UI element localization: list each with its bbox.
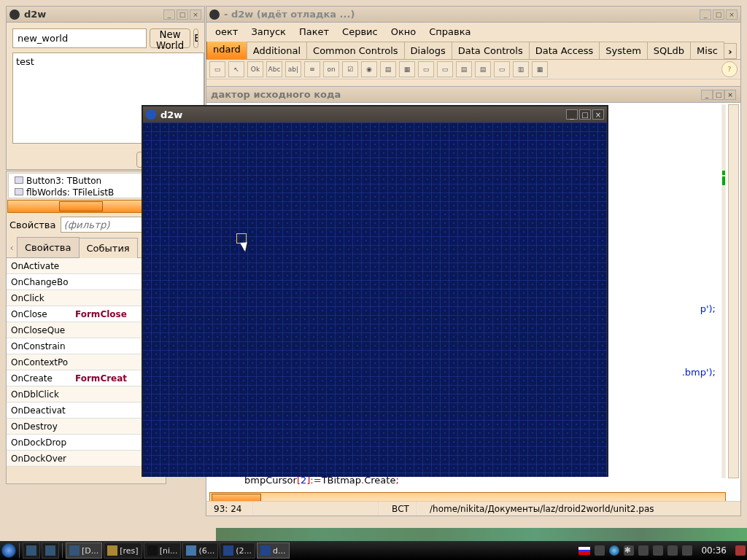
component-button[interactable]: ▦	[532, 61, 548, 77]
component-button[interactable]: Ok	[247, 61, 263, 77]
maximize-button[interactable]: □	[177, 9, 188, 20]
menu-window[interactable]: Окно	[385, 24, 422, 39]
minimize-button[interactable]: _	[566, 109, 578, 120]
component-button[interactable]: ▤	[380, 61, 396, 77]
vertical-scrollbar[interactable]	[728, 104, 739, 478]
component-button[interactable]: Abc	[266, 61, 282, 77]
event-name: OnClick	[7, 293, 72, 303]
component-button[interactable]: ▭	[437, 61, 453, 77]
tree-item[interactable]: Button3: TButton	[15, 175, 158, 187]
close-button[interactable]: ×	[726, 9, 738, 20]
main-titlebar[interactable]: - d2w (идёт отладка ...) _ □ ×	[206, 7, 740, 23]
event-name: OnDeactivat	[7, 405, 72, 416]
component-button[interactable]: ≡	[304, 61, 320, 77]
tab-data-access[interactable]: Data Access	[529, 42, 600, 59]
maximize-button[interactable]: □	[579, 109, 591, 120]
taskbar-item[interactable]: [res]	[104, 542, 142, 559]
tab-dialogs[interactable]: Dialogs	[404, 42, 452, 59]
menu-help[interactable]: Справка	[423, 24, 476, 39]
taskbar: [D... [res] [ni... (6... (2... d... ✱ 00…	[0, 541, 747, 560]
tab-misc[interactable]: Misc	[690, 42, 724, 59]
menu-project[interactable]: оект	[209, 24, 244, 39]
event-name: OnContextPo	[7, 357, 72, 368]
taskbar-item[interactable]: (2...	[220, 542, 255, 559]
tab-additional[interactable]: Additional	[247, 42, 307, 59]
taskbar-item[interactable]: [D...	[66, 542, 102, 559]
clock[interactable]: 00:36	[697, 545, 731, 556]
start-button[interactable]	[1, 543, 16, 558]
tray-icon[interactable]	[595, 545, 605, 556]
network-icon[interactable]	[638, 545, 649, 556]
taskbar-item[interactable]: d...	[257, 542, 289, 559]
event-name: OnConstrain	[7, 341, 72, 351]
component-button[interactable]: ▭	[209, 61, 225, 77]
tabs-scroll-right[interactable]: ›	[724, 43, 737, 59]
taskbar-item[interactable]: [ni...	[144, 542, 182, 559]
event-name: OnDockOver	[7, 454, 72, 464]
menu-package[interactable]: Пакет	[293, 24, 335, 39]
quick-launch-item[interactable]	[42, 542, 59, 559]
component-icon	[15, 176, 23, 184]
volume-icon[interactable]	[667, 545, 678, 556]
taskbar-item[interactable]: (6...	[182, 542, 218, 559]
minimize-button[interactable]: _	[700, 9, 711, 20]
cursor-position: 93: 24	[209, 502, 253, 516]
tray-icon[interactable]	[609, 545, 619, 556]
en-button[interactable]: En	[193, 28, 198, 48]
world-name-input[interactable]	[12, 28, 147, 48]
component-button[interactable]: ▥	[513, 61, 529, 77]
component-button[interactable]: on	[323, 61, 339, 77]
wifi-icon[interactable]	[653, 545, 663, 556]
tab-scroll-left[interactable]: ‹	[7, 237, 17, 257]
tab-standard[interactable]: ndard	[206, 42, 247, 59]
tab-system[interactable]: System	[599, 42, 647, 59]
source-editor-title: дактор исходного кода	[211, 89, 341, 100]
app-icon	[9, 9, 20, 20]
minimize-button[interactable]: _	[163, 9, 175, 20]
component-tree[interactable]: Button3: TButton flbWorlds: TFileListB	[8, 173, 164, 198]
tab-data-controls[interactable]: Data Controls	[452, 42, 530, 59]
component-button[interactable]: ▦	[399, 61, 415, 77]
tab-properties[interactable]: Свойства	[17, 237, 80, 257]
game-titlebar[interactable]: d2w _ □ ×	[143, 106, 607, 122]
pointer-icon	[240, 240, 251, 252]
component-toolbar: ▭ ↖ Ok Abc ab| ≡ on ☑ ◉ ▤ ▦ ▭ ▭ ▤ ▤ ▭ ▥ …	[206, 60, 740, 79]
tree-item[interactable]: flbWorlds: TFileListB	[15, 187, 158, 198]
component-button[interactable]: ▭	[418, 61, 434, 77]
menu-run[interactable]: Запуск	[245, 24, 292, 39]
quick-launch-item[interactable]	[23, 542, 40, 559]
scrollbar-thumb[interactable]	[59, 201, 103, 211]
desktop-background	[216, 528, 747, 541]
tab-common-controls[interactable]: Common Controls	[306, 42, 404, 59]
source-editor-titlebar[interactable]: дактор исходного кода _ □ ×	[206, 87, 740, 103]
component-button[interactable]: ▤	[456, 61, 472, 77]
close-button[interactable]: ×	[724, 90, 736, 100]
keyboard-layout-icon[interactable]	[578, 547, 590, 555]
dialog-title: d2w	[24, 9, 163, 20]
menu-service[interactable]: Сервис	[336, 24, 384, 39]
component-palette-tabs: ndard Additional Common Controls Dialogs…	[206, 42, 740, 60]
separator	[19, 543, 20, 558]
mail-icon[interactable]	[682, 545, 692, 556]
minimize-button[interactable]: _	[701, 90, 713, 100]
game-canvas[interactable]	[143, 122, 607, 477]
maximize-button[interactable]: □	[713, 90, 724, 100]
help-icon[interactable]: ?	[721, 61, 738, 77]
tab-events[interactable]: События	[79, 238, 138, 258]
shutdown-icon[interactable]	[735, 545, 746, 556]
code-minimap[interactable]	[721, 104, 726, 478]
tab-sqldb[interactable]: SQLdb	[647, 42, 691, 59]
component-button[interactable]: ▭	[494, 61, 510, 77]
new-world-button[interactable]: New World	[150, 28, 190, 48]
component-button[interactable]: ↖	[228, 61, 244, 77]
close-button[interactable]: ×	[592, 109, 604, 120]
component-button[interactable]: ◉	[361, 61, 377, 77]
component-button[interactable]: ▤	[475, 61, 491, 77]
close-button[interactable]: ×	[190, 9, 201, 20]
component-button[interactable]: ☑	[342, 61, 358, 77]
component-button[interactable]: ab|	[285, 61, 301, 77]
main-title: - d2w (идёт отладка ...)	[224, 9, 700, 20]
maximize-button[interactable]: □	[713, 9, 724, 20]
dialog-titlebar[interactable]: d2w _ □ ×	[7, 7, 204, 23]
bluetooth-icon[interactable]: ✱	[624, 545, 634, 556]
